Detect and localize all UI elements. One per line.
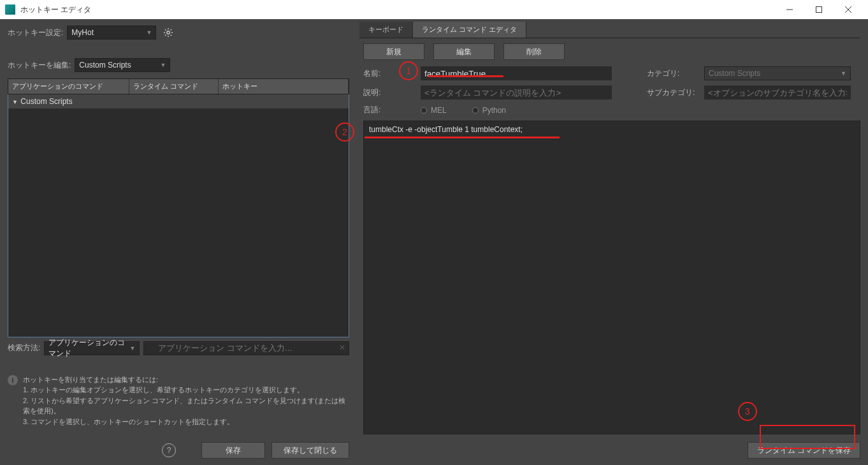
chevron-down-icon: ▼ (146, 29, 152, 36)
col-app-command[interactable]: アプリケーションのコマンド (8, 79, 129, 94)
edit-hotkey-row: ホットキーを編集: Custom Scripts ▼ (8, 58, 349, 72)
save-runtime-row: ランタイム コマンドを保存 (359, 442, 860, 459)
description-input[interactable] (421, 85, 612, 100)
edit-button[interactable]: 編集 (433, 43, 495, 60)
name-row: 名前: カテゴリ: Custom Scripts ▼ (359, 66, 860, 80)
window-title: ホットキー エディタ (20, 4, 775, 15)
edit-hotkey-select[interactable]: Custom Scripts ▼ (75, 58, 170, 72)
bottom-button-row: ? 保存 保存して閉じる (8, 442, 349, 459)
tree-collapse-icon: ▼ (12, 99, 18, 105)
tab-runtime-editor[interactable]: ランタイム コマンド エディタ (413, 22, 526, 38)
minimize-button[interactable] (775, 0, 804, 19)
new-button[interactable]: 新規 (363, 43, 424, 60)
language-row: 言語: MEL Python (359, 105, 860, 115)
subcategory-label: サブカテゴリ: (647, 87, 704, 98)
close-button[interactable] (834, 0, 863, 19)
category-value: Custom Scripts (709, 69, 760, 78)
help-line-1: 1. ホットキーの編集オプションを選択し、希望するホットキーのカテゴリを選択しま… (23, 385, 349, 395)
chevron-down-icon: ▼ (841, 70, 846, 77)
name-input[interactable] (421, 66, 612, 80)
tab-keyboard[interactable]: キーボード (359, 22, 413, 38)
help-text: ホットキーを割り当てまたは編集するには: 1. ホットキーの編集オプションを選択… (23, 374, 349, 427)
clear-search-icon[interactable]: ✕ (339, 343, 345, 352)
help-block: i ホットキーを割り当てまたは編集するには: 1. ホットキーの編集オプションを… (8, 374, 349, 427)
minimize-icon (786, 6, 793, 13)
settings-gear-button[interactable] (161, 26, 175, 40)
name-label: 名前: (363, 68, 421, 79)
description-label: 説明: (363, 87, 421, 98)
delete-button[interactable]: 削除 (503, 43, 565, 60)
save-button[interactable]: 保存 (201, 442, 265, 459)
radio-mel[interactable]: MEL (421, 106, 447, 115)
search-method-select[interactable]: アプリケーションのコマンド ▼ (44, 341, 140, 355)
svg-point-4 (167, 31, 170, 34)
category-label: カテゴリ: (647, 68, 704, 79)
runtime-action-buttons: 新規 編集 削除 (359, 43, 860, 60)
info-icon: i (8, 375, 18, 385)
radio-dot-icon (421, 107, 427, 114)
maximize-button[interactable] (804, 0, 834, 19)
chevron-down-icon: ▼ (160, 62, 166, 68)
col-hotkey[interactable]: ホットキー (219, 79, 349, 94)
gear-icon (163, 27, 173, 38)
hotkey-set-value: MyHot (71, 28, 94, 37)
help-title: ホットキーを割り当てまたは編集するには: (23, 374, 349, 385)
title-bar: ホットキー エディタ (0, 0, 868, 19)
code-content: tumbleCtx -e -objectTumble 1 tumbleConte… (369, 125, 523, 134)
main-content: ホットキー設定: MyHot ▼ ホットキーを編集: Custom Script… (0, 19, 868, 465)
right-tabs: キーボード ランタイム コマンド エディタ (359, 22, 860, 38)
maximize-icon (816, 6, 822, 13)
command-table-header: アプリケーションのコマンド ランタイム コマンド ホットキー (8, 78, 349, 94)
search-row: 検索方法: アプリケーションのコマンド ▼ 🔍 ✕ (8, 341, 349, 355)
search-input[interactable] (143, 341, 349, 355)
save-runtime-button[interactable]: ランタイム コマンドを保存 (748, 442, 860, 459)
radio-python[interactable]: Python (472, 106, 506, 115)
search-wrap: 🔍 ✕ (143, 341, 349, 355)
edit-hotkey-value: Custom Scripts (79, 61, 131, 70)
tree-item-custom-scripts[interactable]: ▼ Custom Scripts (8, 94, 349, 108)
help-line-2: 2. リストから希望するアプリケーション コマンド、またはランタイム コマンドを… (23, 395, 349, 417)
help-button[interactable]: ? (162, 443, 176, 457)
svg-rect-1 (816, 7, 822, 13)
radio-dot-icon (472, 107, 479, 114)
search-method-label: 検索方法: (8, 343, 40, 353)
subcategory-input[interactable] (704, 85, 851, 100)
left-panel: ホットキー設定: MyHot ▼ ホットキーを編集: Custom Script… (0, 19, 357, 465)
right-panel: キーボード ランタイム コマンド エディタ 新規 編集 削除 名前: カテゴリ:… (357, 19, 868, 465)
app-icon (5, 4, 15, 15)
edit-hotkey-label: ホットキーを編集: (8, 60, 71, 71)
category-select[interactable]: Custom Scripts ▼ (704, 66, 851, 80)
hotkey-set-row: ホットキー設定: MyHot ▼ (8, 26, 349, 40)
hotkey-set-select[interactable]: MyHot ▼ (67, 26, 156, 40)
save-close-button[interactable]: 保存して閉じる (271, 442, 349, 459)
close-icon (845, 6, 851, 13)
command-tree[interactable]: ▼ Custom Scripts (8, 94, 349, 337)
col-runtime-command[interactable]: ランタイム コマンド (129, 79, 219, 94)
tree-item-label: Custom Scripts (20, 97, 72, 106)
search-method-value: アプリケーションのコマンド (48, 337, 126, 359)
help-line-3: 3. コマンドを選択し、ホットキーのショートカットを指定します。 (23, 417, 349, 427)
hotkey-set-label: ホットキー設定: (8, 27, 63, 38)
language-label: 言語: (363, 105, 421, 115)
chevron-down-icon: ▼ (129, 345, 135, 351)
code-editor[interactable]: tumbleCtx -e -objectTumble 1 tumbleConte… (363, 121, 860, 434)
description-row: 説明: サブカテゴリ: (359, 85, 860, 100)
